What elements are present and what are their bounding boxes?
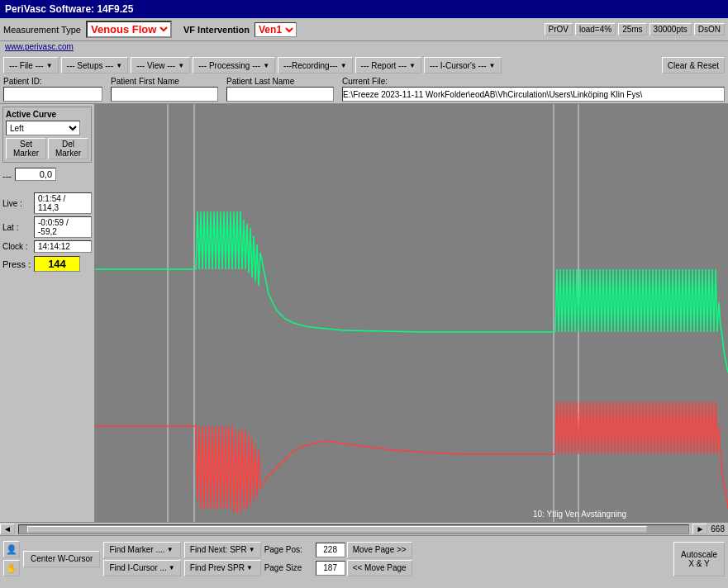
processing-menu[interactable]: --- Processing --- (193, 57, 275, 74)
clock-value: 14:14:12 (34, 240, 92, 253)
patient-firstname-input[interactable] (111, 87, 218, 102)
report-menu[interactable]: --- Report --- (355, 57, 421, 74)
left-panel: Active Curve Left Set Marker Del Marker … (0, 104, 95, 522)
page-size-input[interactable] (316, 561, 345, 576)
stats-group: Live : 0:1:54 / 114,3 Lat : -0:0:59 / -5… (2, 190, 92, 272)
main-area: Active Curve Left Set Marker Del Marker … (0, 104, 728, 522)
measure-bar: Measurement Type Venous Flow VF Interven… (0, 18, 728, 41)
vf-intervention-label: VF Intervention (183, 25, 250, 35)
live-label: Live : (2, 199, 34, 208)
find-prev-spr-button[interactable]: Find Prev SPR (184, 560, 261, 576)
set-marker-button[interactable]: Set Marker (6, 138, 46, 159)
pts-btn[interactable]: 30000pts (649, 23, 692, 36)
find-buttons-group: Find Marker .... Find I-Cursor ... (103, 542, 180, 576)
navigation-group: Page Pos: Move Page >> Page Size << Move… (264, 542, 412, 576)
patient-lastname-label: Patient Last Name (226, 77, 334, 86)
website-url: www.perivasc.com (5, 42, 74, 51)
setups-menu[interactable]: --- Setups --- (61, 57, 129, 74)
recording-menu[interactable]: ---Recording--- (278, 57, 352, 74)
press-value: 144 (34, 256, 80, 272)
svg-text:10: Ytlig Ven Avstängning: 10: Ytlig Ven Avstängning (533, 510, 626, 519)
url-bar: www.perivasc.com (0, 41, 728, 55)
ms-btn[interactable]: 25ms (618, 23, 646, 36)
value-display: 0,0 (15, 168, 56, 181)
spr-buttons-group: Find Next: SPR Find Prev SPR (184, 542, 261, 576)
dashes-label: --- (2, 171, 12, 181)
page-pos-input[interactable] (316, 543, 345, 557)
live-row: Live : 0:1:54 / 114,3 (2, 192, 92, 214)
marker-buttons: Set Marker Del Marker (6, 138, 88, 159)
current-file-field: Current File: (342, 77, 725, 102)
patient-id-field: Patient ID: (3, 77, 102, 102)
autoscale-label: AutoscaleX & Y (681, 550, 717, 568)
page-size-label: Page Size (264, 563, 314, 572)
patient-id-input[interactable] (3, 87, 102, 102)
clock-label: Clock : (2, 242, 34, 251)
press-label: Press : (2, 259, 34, 269)
clear-reset-button[interactable]: Clear & Reset (662, 57, 725, 74)
lat-label: Lat : (2, 223, 34, 232)
active-curve-group: Active Curve Left Set Marker Del Marker (2, 107, 92, 163)
user-icon-button[interactable]: 👤 (3, 541, 20, 557)
icons-group: 👤 ✋ (3, 541, 20, 576)
patient-bar: Patient ID: Patient First Name Patient L… (0, 76, 728, 104)
center-cursor-button[interactable]: Center W-Cursor (23, 551, 100, 567)
load-btn[interactable]: load=4% (575, 23, 616, 36)
patient-firstname-label: Patient First Name (111, 77, 218, 86)
scroll-right-button[interactable]: ► (692, 524, 707, 534)
bottom-controls: 👤 ✋ Center W-Cursor Find Marker .... Fin… (0, 535, 728, 581)
del-marker-button[interactable]: Del Marker (48, 138, 88, 159)
scrollbar-track[interactable] (18, 524, 690, 534)
prov-btn[interactable]: PrOV (545, 23, 573, 36)
measurement-type-select[interactable]: Venous Flow (86, 21, 172, 38)
patient-lastname-input[interactable] (226, 87, 334, 102)
current-file-label: Current File: (342, 77, 725, 86)
hand-icon-button[interactable]: ✋ (3, 560, 20, 576)
scroll-left-button[interactable]: ◄ (0, 524, 15, 534)
page-pos-label: Page Pos: (264, 545, 314, 554)
curve-select[interactable]: Left (6, 121, 80, 135)
live-value: 0:1:54 / 114,3 (34, 192, 92, 214)
lat-row: Lat : -0:0:59 / -59,2 (2, 216, 92, 238)
find-next-spr-button[interactable]: Find Next: SPR (184, 542, 261, 558)
scrollbar-bar: ◄ ► 668 (0, 522, 728, 535)
patient-lastname-field: Patient Last Name (226, 77, 334, 102)
menu-bar: --- File --- --- Setups --- --- View ---… (0, 55, 728, 76)
current-file-input[interactable] (342, 87, 725, 102)
chart-area[interactable]: 10: Ytlig Ven Avstängning 3: PAUSE (95, 104, 728, 522)
view-menu[interactable]: --- View --- (131, 57, 190, 74)
app-title: PeriVasc Software: 14F9.25 (5, 3, 133, 15)
find-marker-button[interactable]: Find Marker .... (103, 542, 180, 558)
patient-id-label: Patient ID: (3, 77, 102, 86)
ven1-select[interactable]: Ven1 (255, 22, 297, 37)
chart-svg: 10: Ytlig Ven Avstängning 3: PAUSE (95, 104, 728, 522)
page-number: 668 (707, 524, 728, 533)
page-pos-row: Page Pos: Move Page >> (264, 542, 412, 558)
page-size-row: Page Size << Move Page (264, 560, 412, 576)
press-row: Press : 144 (2, 256, 92, 272)
move-page-prev-button[interactable]: << Move Page (347, 560, 412, 576)
find-cursor-button[interactable]: Find I-Cursor ... (103, 560, 180, 576)
svg-rect-0 (95, 104, 728, 522)
dashes-row: --- 0,0 (2, 168, 92, 181)
clock-row: Clock : 14:14:12 (2, 240, 92, 253)
file-menu[interactable]: --- File --- (3, 57, 59, 74)
scrollbar-thumb[interactable] (27, 526, 648, 533)
cursor-menu[interactable]: --- I-Cursor's --- (424, 57, 501, 74)
autoscale-button[interactable]: AutoscaleX & Y (673, 542, 725, 576)
patient-firstname-field: Patient First Name (111, 77, 218, 102)
active-curve-title: Active Curve (6, 110, 88, 119)
move-page-next-button[interactable]: Move Page >> (347, 542, 412, 558)
right-info-bar: PrOV load=4% 25ms 30000pts DsON (545, 23, 726, 36)
measurement-type-label: Measurement Type (3, 25, 81, 35)
title-bar: PeriVasc Software: 14F9.25 (0, 0, 728, 18)
lat-value: -0:0:59 / -59,2 (34, 216, 92, 238)
dson-btn[interactable]: DsON (694, 23, 725, 36)
